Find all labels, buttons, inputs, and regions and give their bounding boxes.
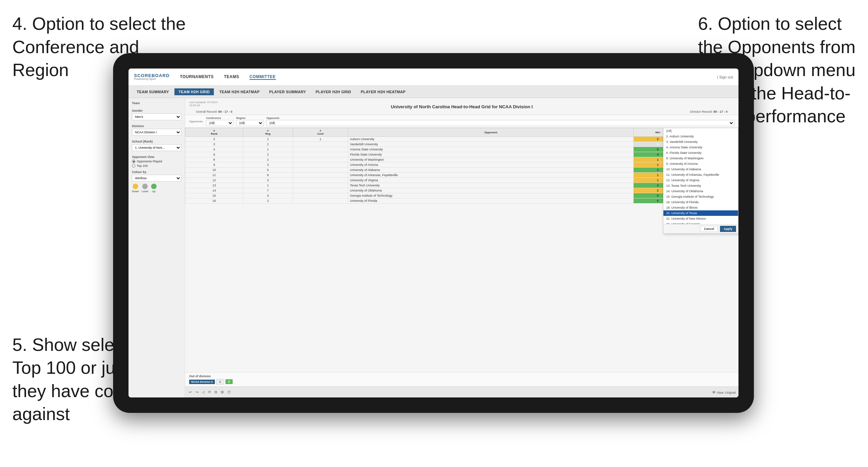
dropdown-apply-button[interactable]: Apply	[720, 226, 736, 232]
nav-item-tournaments[interactable]: TOURNAMENTS	[180, 74, 214, 80]
dropdown-item-3[interactable]: 3. Vanderbilt University	[663, 139, 738, 145]
opponents-label: Opponents:	[189, 120, 203, 123]
legend-up: Up	[151, 184, 157, 193]
toolbar-bottom: ↩ ↪ ◁ ⟳ ⧉ ⊞ ⏱ 👁 View: Original	[185, 386, 738, 397]
dropdown-item-9[interactable]: 9. University of Arizona	[663, 161, 738, 167]
legend-level: Level	[142, 184, 148, 193]
overall-record: Overall Record: 89 - 17 - 0	[196, 110, 232, 113]
logo-subtext: Powered by Sport	[134, 78, 170, 81]
sub-nav-team-summary[interactable]: TEAM SUMMARY	[133, 88, 173, 95]
radio-dot-top100	[132, 164, 135, 168]
dropdown-item-15[interactable]: 15. Georgia Institute of Technology	[663, 194, 738, 199]
dropdown-item-22[interactable]: 22. University of Georgia	[663, 221, 738, 224]
opponent-dropdown[interactable]: (All) 2. Auburn University 3. Vanderbilt…	[663, 128, 738, 234]
table-row: 123University of Virginia 10	[185, 178, 738, 183]
dropdown-item-8[interactable]: 8. University of Washington	[663, 156, 738, 161]
table-row: 131Texas Tech University 30	[185, 183, 738, 188]
opponent-filter-select[interactable]: (All)	[266, 120, 734, 126]
sidebar-division-section: Division NCAA Division I	[132, 124, 181, 136]
undo-icon[interactable]: ↩	[188, 389, 193, 395]
out-of-division: Out of division NCAA Division II 1 0	[185, 372, 738, 386]
radio-dot-opponents	[132, 160, 135, 163]
sidebar-gender-select[interactable]: Men's	[132, 113, 181, 120]
dropdown-item-20[interactable]: 20. University of Texas	[663, 210, 738, 216]
content-area: Team Gender Men's Division NCAA Division…	[129, 98, 738, 397]
table-row: 162University of Florida 51	[185, 198, 738, 204]
last-updated: Last Updated: 4/7/2024 16:55:38	[189, 101, 218, 107]
colour-by-label: Colour by	[132, 170, 181, 174]
opponent-filter-group: Opponent (All)	[266, 116, 734, 126]
nav-sign-out[interactable]: | Sign out	[717, 75, 733, 79]
col-opponent: Opponent	[348, 128, 634, 137]
table-row: 116University of Arkansas, Fayetteville …	[185, 173, 738, 178]
dropdown-item-11[interactable]: 11. University of Arkansas, Fayetteville	[663, 172, 738, 177]
sub-nav-player-h2h-grid[interactable]: PLAYER H2H GRID	[311, 88, 355, 95]
legend-items: Down Level Up	[132, 184, 181, 193]
dropdown-item-21[interactable]: 21. University of New Mexico	[663, 216, 738, 221]
region-filter-select[interactable]: (All)	[236, 120, 264, 126]
dropdown-item-2[interactable]: 2. Auburn University	[663, 134, 738, 139]
dropdown-item-18[interactable]: 18. University of Illinois	[663, 205, 738, 210]
table-row: 93University of Arizona 10	[185, 162, 738, 168]
opponent-view-section: Opponent View Opponents Played Top 100	[132, 155, 181, 168]
nav-bar: SCOREBOARD Powered by Sport TOURNAMENTS …	[129, 69, 738, 86]
dropdown-item-all[interactable]: (All)	[663, 128, 738, 134]
grid-records: Overall Record: 89 - 17 - 0 Division Rec…	[189, 110, 734, 113]
radio-opponents-played[interactable]: Opponents Played	[132, 160, 181, 163]
dropdown-item-13[interactable]: 13. Texas Tech University	[663, 183, 738, 188]
table-row: 147University of Oklahoma 22	[185, 188, 738, 193]
dropdown-item-16[interactable]: 16. University of Florida	[663, 199, 738, 205]
sidebar-division-select[interactable]: NCAA Division I	[132, 129, 181, 136]
sidebar-school-select[interactable]: 1. University of Nort...	[132, 144, 181, 151]
sub-nav-team-h2h-grid[interactable]: TEAM H2H GRID	[174, 88, 214, 95]
refresh-icon[interactable]: ⟳	[207, 389, 212, 395]
redo-icon[interactable]: ↪	[194, 389, 199, 395]
data-table-wrapper[interactable]: #Rank #Reg #Conf Opponent Win Loss	[185, 128, 738, 372]
dropdown-list: (All) 2. Auburn University 3. Vanderbilt…	[663, 128, 738, 224]
copy-icon[interactable]: ⧉	[213, 389, 218, 395]
sidebar-gender-label: Gender	[132, 109, 181, 112]
conference-filter-select[interactable]: (All)	[206, 120, 233, 126]
dropdown-item-4[interactable]: 4. Arizona State University	[663, 145, 738, 150]
dropdown-cancel-button[interactable]: Cancel	[700, 226, 718, 232]
inner-layout: #Rank #Reg #Conf Opponent Win Loss	[185, 128, 738, 397]
legend-down-circle	[133, 184, 138, 189]
radio-group: Opponents Played Top 100	[132, 160, 181, 168]
sub-nav-player-summary[interactable]: PLAYER SUMMARY	[265, 88, 310, 95]
opponents-filter-group: Opponents:	[189, 120, 203, 123]
dropdown-item-10[interactable]: 10. University of Alabama	[663, 167, 738, 172]
sub-nav-player-h2h-heatmap[interactable]: PLAYER H2H HEATMAP	[357, 88, 410, 95]
sidebar-division-label: Division	[132, 124, 181, 128]
opponent-filter-label: Opponent	[266, 116, 734, 120]
ncaa-badge: NCAA Division II	[189, 380, 215, 384]
sidebar-school-label: School (Rank)	[132, 140, 181, 143]
dropdown-item-6[interactable]: 6. Florida State University	[663, 150, 738, 156]
radio-label-top100: Top 100	[137, 164, 148, 168]
radio-label-opponents: Opponents Played	[137, 160, 162, 163]
dropdown-item-12[interactable]: 12. University of Virginia	[663, 177, 738, 183]
nav-item-teams[interactable]: TEAMS	[224, 74, 240, 80]
table-row: 41Arizona State University 51	[185, 147, 738, 152]
clock-icon[interactable]: ⏱	[226, 390, 232, 395]
sub-nav-team-h2h-heatmap[interactable]: TEAM H2H HEATMAP	[215, 88, 264, 95]
table-row: 82University of Washington 10	[185, 157, 738, 162]
tablet-screen: SCOREBOARD Powered by Sport TOURNAMENTS …	[129, 69, 738, 397]
conference-filter-group: Conference (All)	[206, 116, 233, 126]
back-icon[interactable]: ◁	[201, 389, 206, 395]
nav-item-committee[interactable]: COMMITTEE	[249, 74, 276, 80]
data-table: #Rank #Reg #Conf Opponent Win Loss	[185, 128, 738, 204]
grid-header: Last Updated: 4/7/2024 16:55:38 Universi…	[185, 98, 738, 115]
export-icon[interactable]: ⊞	[220, 389, 225, 395]
col-conf: #Conf	[293, 128, 348, 137]
dropdown-item-14[interactable]: 14. University of Oklahoma	[663, 188, 738, 194]
radio-top100[interactable]: Top 100	[132, 164, 181, 168]
region-filter-group: Region (All)	[236, 116, 264, 126]
out-div-loss: 0	[225, 379, 233, 384]
eye-icon: 👁	[712, 390, 716, 394]
nav-items: TOURNAMENTS TEAMS COMMITTEE	[180, 74, 717, 80]
left-sidebar: Team Gender Men's Division NCAA Division…	[129, 98, 185, 397]
colour-by-select[interactable]: Win/loss	[132, 175, 181, 182]
nav-logo: SCOREBOARD Powered by Sport	[134, 73, 170, 81]
dropdown-footer: Cancel Apply	[663, 224, 738, 233]
legend-level-circle	[142, 184, 148, 189]
